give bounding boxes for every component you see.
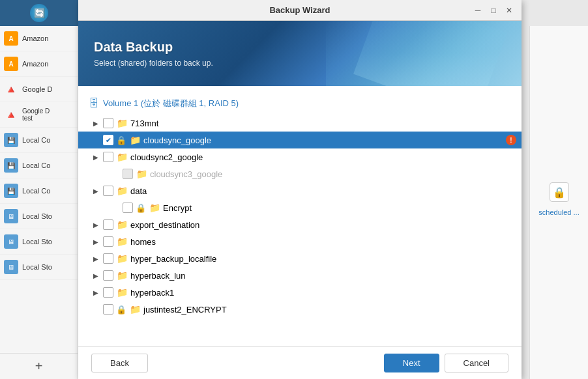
volume-icon: 🗄 [89, 98, 99, 109]
amazon-icon: A [4, 31, 18, 46]
local-sto-icon: 🖥 [4, 260, 18, 274]
scheduled-text[interactable]: scheduled ... [538, 208, 579, 216]
expand-icon[interactable]: ▶ [91, 237, 100, 246]
sidebar-item-localco2[interactable]: 💾 Local Co [0, 153, 78, 178]
node-label: data [130, 186, 516, 196]
node-label: export_destination [130, 220, 516, 230]
checkbox-justintest2-encrypt[interactable] [103, 304, 113, 315]
folder-icon: 📁 [129, 134, 141, 146]
wizard-window: Backup Wizard ─ □ ✕ Data Backup Select (… [78, 0, 522, 379]
add-button[interactable]: + [0, 353, 78, 379]
checkbox-hyper-backup-localfile[interactable] [103, 253, 113, 264]
expand-icon[interactable]: ▶ [91, 271, 100, 280]
folder-icon: 📁 [116, 287, 128, 298]
google-drive-icon: 🔺 [4, 82, 18, 96]
checkbox-data[interactable] [103, 186, 113, 196]
tree-node-cloudsync2-google[interactable]: ▶ 📁 cloudsync2_google [78, 148, 522, 165]
node-label: cloudsync3_google [150, 169, 516, 179]
sidebar-item-localsto2[interactable]: 🖥 Local Sto [0, 229, 78, 255]
tree-node-cloudsync3-google[interactable]: 📁 cloudsync3_google [78, 165, 522, 182]
wizard-title: Backup Wizard [269, 5, 330, 15]
sidebar-item-localsto3[interactable]: 🖥 Local Sto [0, 255, 78, 280]
tree-node-encrypt[interactable]: 🔒 📁 Encrypt [78, 199, 522, 216]
tree-node-export-destination[interactable]: ▶ 📁 export_destination [78, 216, 522, 233]
sidebar-label: Local Co [22, 187, 50, 195]
checkbox-export-destination[interactable] [103, 219, 113, 230]
tree-node-hyper-backup-localfile[interactable]: ▶ 📁 hyper_backup_localfile [78, 250, 522, 267]
checkbox-encrypt[interactable] [123, 203, 133, 213]
expand-icon[interactable]: ▶ [91, 220, 100, 229]
node-label: hyper_backup_localfile [130, 254, 516, 264]
tree-node-713mnt[interactable]: ▶ 📁 713mnt [78, 115, 522, 132]
expand-icon[interactable]: ▶ [91, 288, 100, 297]
next-button[interactable]: Next [384, 354, 439, 372]
tree-node-justintest2-encrypt[interactable]: 🔒 📁 justintest2_ENCRYPT [78, 301, 522, 318]
checkbox-cloudsync-google[interactable]: ✔ [103, 135, 113, 145]
sidebar-label: Local Sto [22, 263, 52, 271]
local-co-icon: 💾 [4, 133, 18, 147]
checkbox-cloudsync3-google[interactable] [123, 169, 133, 179]
checkbox-homes[interactable] [103, 236, 113, 247]
sidebar-item-localsto1[interactable]: 🖥 Local Sto [0, 204, 78, 229]
tree-node-hyperback-lun[interactable]: ▶ 📁 hyperback_lun [78, 267, 522, 284]
right-panel: 🔒 scheduled ... [529, 26, 588, 379]
tree-node-cloudsync-google[interactable]: ✔ 🔒 📁 cloudsync_google ! [78, 132, 522, 148]
local-co-icon: 💾 [4, 184, 18, 198]
sidebar-label: Local Sto [22, 238, 52, 246]
sidebar-item-localco3[interactable]: 💾 Local Co [0, 178, 78, 204]
expand-icon[interactable]: ▶ [91, 152, 100, 161]
folder-icon: 📁 [116, 117, 128, 129]
main-area: 🔒 scheduled ... Backup Wizard ─ □ ✕ Data… [78, 0, 588, 379]
titlebar: Backup Wizard ─ □ ✕ [78, 0, 522, 21]
folder-icon: 📁 [116, 253, 128, 264]
sidebar-item-amazon2[interactable]: A Amazon [0, 51, 78, 77]
amazon-icon: A [4, 57, 18, 71]
footer-right-buttons: Next Cancel [384, 354, 508, 372]
folder-icon: 📁 [116, 151, 128, 163]
sidebar-item-google2[interactable]: 🔺 Google Dtest [0, 102, 78, 128]
cancel-button[interactable]: Cancel [445, 354, 508, 372]
tree-node-homes[interactable]: ▶ 📁 homes [78, 233, 522, 250]
sidebar: 🔄 A Amazon A Amazon 🔺 Google D 🔺 Google … [0, 0, 78, 379]
folder-icon: 📁 [149, 202, 160, 214]
wizard-subtitle: Select (shared) folders to back up. [94, 59, 506, 68]
sidebar-label: Amazon [22, 60, 48, 68]
checkbox-cloudsync2-google[interactable] [103, 152, 113, 162]
close-button[interactable]: ✕ [503, 5, 515, 16]
folder-tree[interactable]: 🗄 Volume 1 (位於 磁碟群組 1, RAID 5) ▶ 📁 713mn… [78, 86, 522, 346]
folder-icon: 📁 [116, 219, 128, 231]
sidebar-item-localco1[interactable]: 💾 Local Co [0, 128, 78, 153]
node-label: hyperback_lun [130, 271, 516, 281]
node-label: cloudsync2_google [130, 152, 516, 162]
maximize-button[interactable]: □ [488, 5, 499, 16]
sidebar-label: Local Sto [22, 212, 52, 220]
app-logo: 🔄 [30, 4, 48, 22]
sidebar-item-amazon1[interactable]: A Amazon [0, 26, 78, 51]
local-sto-icon: 🖥 [4, 209, 18, 223]
lock-icon: 🔒 [116, 305, 126, 315]
google-drive-icon: 🔺 [4, 107, 18, 122]
folder-icon: 📁 [116, 185, 128, 197]
sidebar-label: Google Dtest [22, 107, 50, 122]
expand-icon[interactable]: ▶ [91, 186, 100, 195]
sidebar-label: Amazon [22, 35, 48, 42]
volume-header[interactable]: 🗄 Volume 1 (位於 磁碟群組 1, RAID 5) [78, 92, 522, 115]
volume-label: Volume 1 (位於 磁碟群組 1, RAID 5) [103, 98, 239, 109]
tree-node-data[interactable]: ▶ 📁 data [78, 182, 522, 199]
back-button[interactable]: Back [91, 354, 148, 372]
folder-icon: 📁 [136, 168, 147, 180]
expand-icon[interactable]: ▶ [91, 119, 100, 128]
local-co-icon: 💾 [4, 158, 18, 173]
checkbox-hyperback-lun[interactable] [103, 270, 113, 281]
wizard-footer: Back Next Cancel [78, 346, 522, 379]
checkbox-hyperback1[interactable] [103, 287, 113, 298]
minimize-button[interactable]: ─ [472, 5, 484, 16]
alert-icon: ! [506, 135, 516, 145]
folder-icon: 📁 [116, 270, 128, 281]
node-label: Encrypt [163, 203, 516, 213]
lock-panel-icon[interactable]: 🔒 [550, 182, 569, 202]
tree-node-hyperback1[interactable]: ▶ 📁 hyperback1 [78, 284, 522, 301]
checkbox-713mnt[interactable] [103, 118, 113, 128]
expand-icon[interactable]: ▶ [91, 254, 100, 263]
sidebar-item-google1[interactable]: 🔺 Google D [0, 77, 78, 102]
